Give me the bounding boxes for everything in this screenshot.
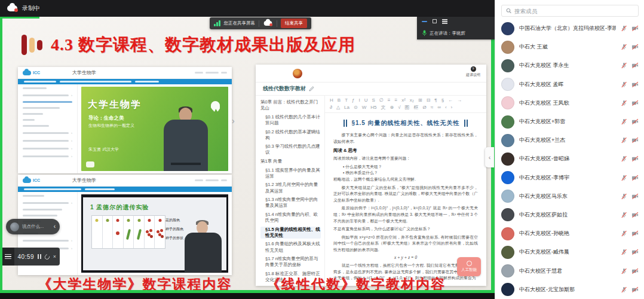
mic-muted-icon[interactable]	[621, 175, 627, 181]
help-button[interactable]: ? 建课说明	[466, 66, 480, 78]
camera-off-icon[interactable]	[631, 155, 639, 162]
mic-muted-icon[interactable]	[621, 81, 627, 88]
toolbar-icon[interactable]: 图	[405, 105, 410, 110]
camera-off-icon[interactable]	[631, 100, 639, 106]
toolbar-icon[interactable]: →	[457, 98, 462, 103]
toc-item[interactable]: §0.2 线性代数的基本逻辑结构	[260, 129, 321, 141]
toc-item[interactable]: §1.2 3维几何空间中的向量及其运算	[260, 182, 321, 194]
toolbar-icon[interactable]: H5	[370, 105, 376, 110]
camera-off-icon[interactable]	[631, 249, 639, 255]
toolbar-icon[interactable]: 文	[381, 105, 386, 110]
member-row[interactable]: 中石大 王崴	[495, 38, 644, 56]
member-row[interactable]: 中国石油大学（北京）克拉玛依校区-李凯	[495, 19, 644, 38]
search-input[interactable]	[514, 8, 634, 14]
toolbar-icon[interactable]: ≡	[394, 98, 397, 103]
camera-off-icon[interactable]	[631, 230, 639, 237]
menu-icon[interactable]	[2, 248, 14, 266]
mic-muted-icon[interactable]	[621, 212, 627, 218]
camera-off-icon[interactable]	[631, 212, 639, 218]
toc-item[interactable]: §1.3 n维实向量空间中的向量及其运算	[260, 197, 321, 209]
meeting-cloud-icon[interactable]	[264, 21, 272, 26]
toc-item[interactable]: §1.7 n维实向量空间的基与向量关于基的坐标	[260, 256, 321, 268]
toolbar-icon[interactable]: B	[338, 98, 341, 103]
member-row[interactable]: 中石大校区-元宝加斯那	[495, 280, 644, 299]
camera-off-icon[interactable]	[631, 25, 639, 32]
member-row[interactable]: 中石大克校区 李永生	[495, 56, 644, 75]
toolbar-icon[interactable]: x²	[401, 98, 406, 103]
mic-muted-icon[interactable]	[621, 193, 627, 200]
mic-muted-icon[interactable]	[621, 137, 627, 144]
member-row[interactable]: 中石大克校区马乐东	[495, 187, 644, 206]
toolbar-icon[interactable]: ∂	[330, 105, 332, 110]
toolbar-icon[interactable]: U	[364, 98, 368, 103]
ai-assistant-button[interactable]: 人工智能	[457, 257, 481, 276]
member-row[interactable]: 中石大校区于慧君	[495, 261, 644, 280]
loop-icon[interactable]	[44, 253, 50, 260]
toolbar-icon[interactable]: ¶	[434, 98, 437, 103]
toolbar-icon[interactable]: ⊙	[354, 105, 358, 110]
member-search[interactable]	[501, 5, 639, 17]
camera-off-icon[interactable]	[631, 286, 639, 293]
toolbar-icon[interactable]: ⊟	[427, 98, 431, 103]
edit-pencil-icon[interactable]	[309, 86, 314, 91]
toolbar-icon[interactable]: §	[441, 98, 444, 103]
toc-item[interactable]: §1.5 向量的线性相关性、线性无关性	[260, 227, 321, 239]
mic-muted-icon[interactable]	[621, 44, 627, 50]
list-view-icon[interactable]	[442, 19, 447, 24]
icc-sidebar[interactable]: › › › › ›	[18, 84, 78, 173]
maximize-icon[interactable]	[433, 19, 437, 23]
member-row[interactable]: 中石大克校区萨如拉	[495, 206, 644, 224]
end-share-button[interactable]: 结束共享	[281, 19, 307, 28]
toolbar-icon[interactable]: △	[336, 105, 340, 110]
camera-off-icon[interactable]	[631, 268, 639, 274]
toolbar-icon[interactable]: ≡	[388, 98, 391, 103]
close-icon[interactable]: ×	[53, 254, 56, 260]
member-row[interactable]: 中石大克校区 王凤歌	[495, 94, 644, 112]
mic-muted-icon[interactable]	[621, 25, 627, 32]
carousel-next-icon[interactable]: ›	[232, 116, 235, 126]
toolbar-icon[interactable]: I	[358, 98, 360, 103]
member-row[interactable]: 中石大克校区+郭雷	[495, 112, 644, 131]
toc-item[interactable]: §0.3 学习线性代数的几点建议	[260, 144, 321, 155]
bio-video-player[interactable]: 大学生物学 导论：生命之美 生物和生物界的一般定义 朱玉贤 武汉大学	[81, 87, 228, 171]
danmaku-input-pill[interactable]: 说点什么... ‹	[6, 219, 60, 234]
camera-off-icon[interactable]	[631, 44, 639, 50]
toc-item[interactable]: §1.4 n维实向量的内积、欧氏空间	[260, 212, 321, 224]
camera-off-icon[interactable]	[631, 81, 639, 88]
camera-off-icon[interactable]	[631, 137, 639, 144]
member-row[interactable]: 中石大克校区 孟晖	[495, 75, 644, 94]
toolbar-icon[interactable]: ∅	[379, 98, 384, 103]
toolbar-icon[interactable]: ‹	[445, 105, 447, 110]
toolbar-icon[interactable]: W	[362, 105, 367, 110]
mic-muted-icon[interactable]	[621, 155, 627, 162]
mendel-video-player[interactable]: 1 孟德尔的遗传实验	[81, 194, 228, 273]
mic-muted-icon[interactable]	[621, 100, 627, 106]
toc-item[interactable]: 第0章 前言：线性代数之开门见山	[260, 99, 321, 111]
toolbar-icon[interactable]: ›	[451, 105, 453, 110]
member-row[interactable]: 中石大克校区-孙晓艳	[495, 224, 644, 243]
mic-muted-icon[interactable]	[621, 62, 627, 69]
toolbar-icon[interactable]: ⊞	[418, 98, 422, 103]
camera-off-icon[interactable]	[631, 62, 639, 69]
toolbar-icon[interactable]: Ø	[423, 105, 427, 110]
toolbar-icon[interactable]: ←	[448, 98, 453, 103]
toolbar-icon[interactable]: √	[398, 105, 400, 110]
toolbar-icon[interactable]: S	[372, 98, 375, 103]
toc-item[interactable]: 第1章 向量	[260, 158, 321, 164]
collapse-left-icon[interactable]: ‹	[54, 224, 56, 230]
toolbar-icon[interactable]: x₂	[410, 98, 414, 103]
toolbar-icon[interactable]: La	[344, 105, 349, 110]
mic-muted-icon[interactable]	[621, 230, 627, 237]
toolbar-icon[interactable]: T	[345, 98, 348, 103]
minimize-icon[interactable]	[422, 21, 427, 23]
toc-item[interactable]: §1.1 现实世界中的向量及其运算	[260, 167, 321, 179]
sidebar-collapse-tab[interactable]: ‹	[485, 147, 494, 167]
member-row[interactable]: 中石大克校区-李博宇	[495, 169, 644, 187]
pause-icon[interactable]	[38, 254, 41, 259]
camera-off-icon[interactable]	[631, 118, 639, 125]
mic-muted-icon[interactable]	[621, 118, 627, 125]
toolbar-icon[interactable]: H	[330, 98, 333, 103]
toc-item[interactable]: §1.6 向量组的秩及其极大线性无关组	[260, 241, 321, 253]
toolbar-icon[interactable]: ≈	[431, 105, 433, 110]
toolbar-icon[interactable]: ƒ	[352, 98, 354, 103]
